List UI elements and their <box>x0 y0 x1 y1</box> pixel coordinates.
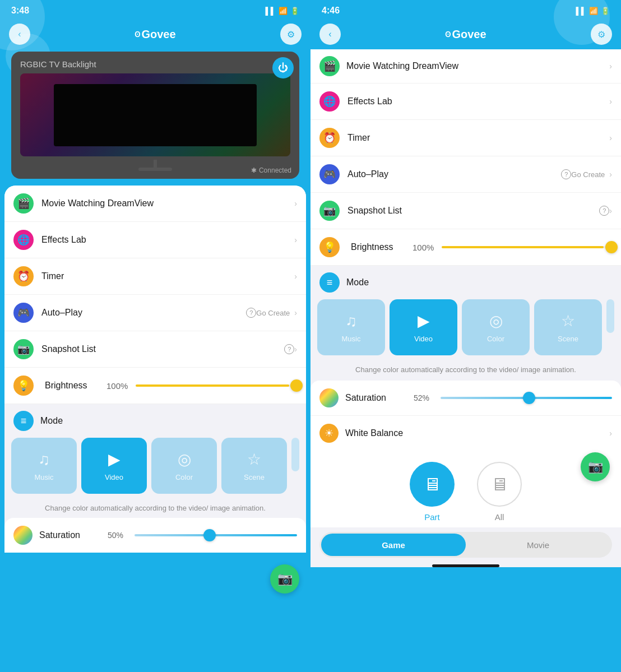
menu-item-timer[interactable]: ⏰ Timer › <box>4 258 306 295</box>
saturation-label: Saturation <box>39 530 101 540</box>
settings-button-left[interactable]: ⚙ <box>280 24 302 45</box>
saturation-slider-r[interactable] <box>441 397 612 399</box>
mode-row-r: ≡ Mode <box>310 266 621 299</box>
back-button-left[interactable]: ‹ <box>9 24 30 45</box>
power-button[interactable]: ⏻ <box>272 57 294 78</box>
govee-logo-right: ʘ Govee <box>445 28 486 41</box>
brightness-slider-fill <box>136 384 289 387</box>
fab-button-left[interactable]: 📷 <box>270 564 299 594</box>
game-toggle-btn[interactable]: Game <box>321 534 466 556</box>
chevron-snapshot: › <box>609 206 612 215</box>
tv-base <box>138 168 172 171</box>
power-icon: ⏻ <box>278 62 288 74</box>
status-icons-right: ▌▌ 📶 🔋 <box>576 7 610 15</box>
menu-item-effects-lab-r[interactable]: 🌐 Effects Lab › <box>310 84 621 120</box>
snapshot-icon-wrap-r: 📷 <box>319 201 340 221</box>
video-label-r: Video <box>414 335 433 343</box>
brightness-icon-wrap: 💡 <box>13 376 34 396</box>
mode-card-color[interactable]: ◎ Color <box>151 438 217 494</box>
movie-icon-r: 🎬 <box>323 60 336 72</box>
menu-item-auto-play-r[interactable]: 🎮 Auto–Play ? Go Create › <box>310 156 621 193</box>
saturation-row-r: Saturation 52% <box>310 381 621 415</box>
scroll-content-right: 🎬 Movie Watching DreamView › 🌐 Effects L… <box>310 49 621 567</box>
mode-card-scene-r[interactable]: ☆ Scene <box>534 299 602 355</box>
back-icon-left: ‹ <box>18 29 21 39</box>
mode-label-r: Mode <box>346 277 369 288</box>
sat-section-r: Saturation 52% ☀ White Balance › <box>310 381 621 451</box>
white-balance-row[interactable]: ☀ White Balance › <box>310 415 621 451</box>
device-card: RGBIC TV Backlight ⏻ ✱ Connected <box>11 52 299 179</box>
mode-extra-r <box>606 299 614 333</box>
mode-card-music[interactable]: ♫ Music <box>11 438 77 494</box>
snapshot-help-badge: ? <box>284 344 294 354</box>
wifi-icon: 📶 <box>279 7 288 15</box>
brightness-slider-r[interactable] <box>442 246 612 248</box>
screen-mode-all[interactable]: 🖥 All <box>477 462 522 522</box>
menu-item-movie-watching[interactable]: 🎬 Movie Watching DreamView › <box>4 186 306 222</box>
menu-item-snapshot-r[interactable]: 📷 Snapshot List ? › <box>310 193 621 229</box>
screen-mode-all-circle[interactable]: 🖥 <box>477 462 522 507</box>
mode-icon: ≡ <box>21 415 27 427</box>
right-phone-panel: 4:46 ▌▌ 📶 🔋 ‹ ʘ Govee ⚙ 🎬 Movie Watching… <box>310 0 621 672</box>
settings-button-right[interactable]: ⚙ <box>591 24 612 45</box>
menu-item-effects-lab[interactable]: 🌐 Effects Lab › <box>4 222 306 258</box>
status-bar-left: 3:48 ▌▌ 📶 🔋 <box>0 0 310 19</box>
scene-icon-r: ☆ <box>561 312 575 330</box>
color-icon-r: ◎ <box>489 312 503 330</box>
auto-play-icon-wrap-r: 🎮 <box>319 164 340 184</box>
brightness-thumb-r[interactable] <box>605 241 618 253</box>
timer-icon-wrap: ⏰ <box>13 266 34 286</box>
game-movie-toggle: Game Movie <box>319 532 612 558</box>
video-icon-r: ▶ <box>418 312 430 330</box>
screen-mode-all-label: All <box>495 512 504 522</box>
auto-play-icon: 🎮 <box>17 307 30 319</box>
saturation-icon-r <box>319 388 339 407</box>
movie-toggle-btn[interactable]: Movie <box>466 534 610 556</box>
mode-icon-wrap: ≡ <box>13 411 34 431</box>
mode-card-color-r[interactable]: ◎ Color <box>462 299 530 355</box>
saturation-thumb-r[interactable] <box>523 392 535 404</box>
mode-icon-r: ≡ <box>327 277 333 289</box>
menu-item-snapshot-list[interactable]: 📷 Snapshot List ? › <box>4 331 306 368</box>
mode-card-video-r[interactable]: ▶ Video <box>390 299 457 355</box>
status-bar-right: 4:46 ▌▌ 📶 🔋 <box>310 0 621 19</box>
movie-watching-partial-icon: 🎬 <box>319 56 340 76</box>
screen-modes: 🖥 Part 🖥 All <box>310 451 621 527</box>
screen-mode-part[interactable]: 🖥 Part <box>410 462 455 522</box>
menu-item-timer-r[interactable]: ⏰ Timer › <box>310 120 621 156</box>
brightness-label-r: Brightness <box>351 242 407 252</box>
game-label: Game <box>382 540 405 550</box>
screen-mode-part-circle[interactable]: 🖥 <box>410 462 455 507</box>
saturation-slider-thumb[interactable] <box>203 529 216 541</box>
back-button-right[interactable]: ‹ <box>319 24 341 45</box>
snapshot-help-r: ? <box>599 206 609 216</box>
chevron-effects: › <box>609 97 612 106</box>
auto-play-icon-wrap: 🎮 <box>13 303 34 323</box>
camera-fab-icon: 📷 <box>277 572 293 586</box>
effects-lab-icon-wrap: 🌐 <box>13 230 34 250</box>
fab-button-right[interactable]: 📷 <box>581 452 610 481</box>
brightness-icon-wrap-r: 💡 <box>319 237 340 257</box>
saturation-slider-track[interactable] <box>135 534 297 536</box>
auto-play-label-r: Auto–Play <box>347 169 558 179</box>
brightness-slider-track[interactable] <box>136 384 297 387</box>
snapshot-list-icon: 📷 <box>17 343 30 355</box>
menu-item-movie-watching-r[interactable]: 🎬 Movie Watching DreamView › <box>310 49 621 84</box>
menu-item-auto-play[interactable]: 🎮 Auto–Play ? Go Create › <box>4 295 306 331</box>
tv-display <box>20 73 290 156</box>
chevron-icon-3: › <box>294 272 297 281</box>
movie-watching-label: Movie Watching DreamView <box>41 198 294 208</box>
tv-stand <box>20 160 290 171</box>
scene-label: Scene <box>244 473 265 481</box>
timer-label: Timer <box>41 271 294 281</box>
video-label: Video <box>105 473 123 481</box>
mode-card-music-r[interactable]: ♫ Music <box>317 299 385 355</box>
mode-card-scene[interactable]: ☆ Scene <box>221 438 287 494</box>
music-label-r: Music <box>342 335 361 343</box>
effects-lab-label: Effects Lab <box>41 235 294 245</box>
bluetooth-icon: ✱ <box>251 166 257 174</box>
movie-watching-partial-label: Movie Watching DreamView <box>346 61 603 71</box>
chevron-icon-5: › <box>294 345 297 354</box>
brightness-slider-thumb[interactable] <box>290 379 303 392</box>
mode-card-video[interactable]: ▶ Video <box>81 438 147 494</box>
